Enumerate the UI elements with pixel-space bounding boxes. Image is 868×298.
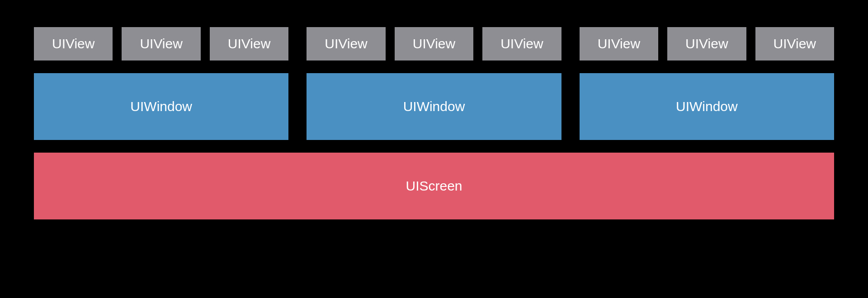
uiwindow-box: UIWindow [580, 73, 834, 140]
uiview-group-1: UIView UIView UIView [34, 27, 288, 61]
uiview-group-2: UIView UIView UIView [307, 27, 561, 61]
uiwindow-box: UIWindow [307, 73, 561, 140]
uiview-box: UIView [580, 27, 658, 61]
uiview-box: UIView [210, 27, 288, 61]
uiview-box: UIView [395, 27, 473, 61]
uiview-box: UIView [122, 27, 200, 61]
uiview-box: UIView [667, 27, 746, 61]
uiscreen-row: UIScreen [34, 153, 834, 219]
uiwindow-box: UIWindow [34, 73, 288, 140]
uiview-box: UIView [34, 27, 113, 61]
uiscreen-box: UIScreen [34, 153, 834, 219]
uiview-box: UIView [307, 27, 385, 61]
uiview-row: UIView UIView UIView UIView UIView UIVie… [34, 27, 834, 61]
uiview-group-3: UIView UIView UIView [580, 27, 834, 61]
uiview-box: UIView [755, 27, 834, 61]
uiview-box: UIView [482, 27, 561, 61]
uiwindow-row: UIWindow UIWindow UIWindow [34, 73, 834, 140]
